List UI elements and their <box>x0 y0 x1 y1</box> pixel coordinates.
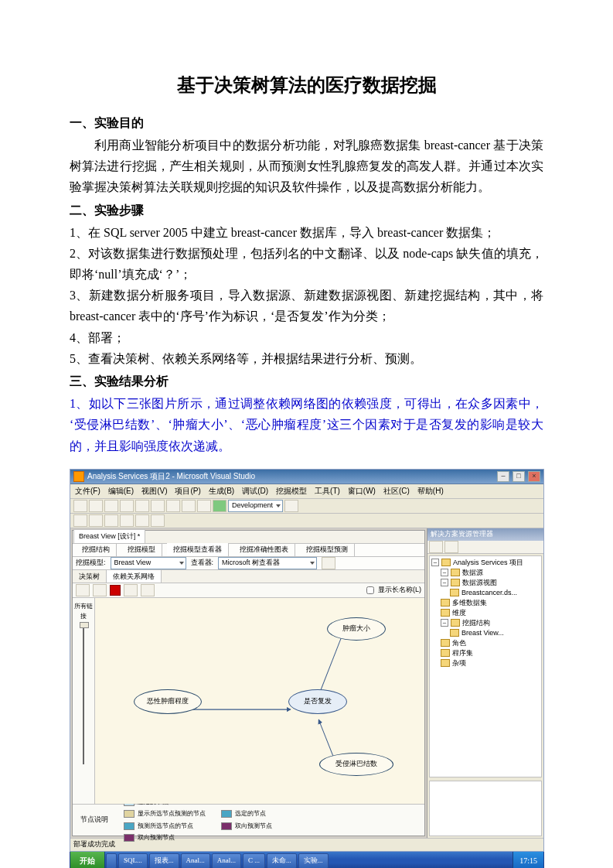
menu-tools[interactable]: 工具(T) <box>315 484 340 497</box>
config-dropdown[interactable]: Development <box>228 500 283 512</box>
panel-tb-icon[interactable] <box>444 541 458 553</box>
tb-copy-icon[interactable] <box>151 500 165 512</box>
step-1: 1、在 SQL server 2005 中建立 breast-cancer 数据… <box>70 222 543 243</box>
design-area: Breast View [设计] * 挖掘结构 挖掘模型 挖掘模型查看器 挖掘准… <box>72 530 425 836</box>
tb2-icon[interactable] <box>151 514 165 527</box>
subtab-dependency[interactable]: 依赖关系网络 <box>107 570 162 583</box>
show-longname-checkbox[interactable]: 显示长名称(L) <box>363 584 421 596</box>
task-item[interactable]: Anal... <box>181 853 210 868</box>
menu-community[interactable]: 社区(C) <box>383 484 410 497</box>
tree-toggle-icon[interactable]: – <box>441 569 448 576</box>
folder-icon <box>451 619 460 627</box>
maximize-button[interactable]: □ <box>513 471 525 482</box>
tb-new-icon[interactable] <box>73 500 87 512</box>
fit-icon[interactable] <box>124 584 138 596</box>
menu-help[interactable]: 帮助(H) <box>417 484 444 497</box>
task-item[interactable] <box>106 853 117 868</box>
tb-open-icon[interactable] <box>89 500 103 512</box>
tab-accuracy[interactable]: 挖掘准确性图表 <box>233 543 295 556</box>
section1-paragraph: 利用商业智能分析项目中的数据分析功能，对乳腺癌数据集 breast-cancer… <box>70 135 543 198</box>
vs-titlebar[interactable]: Analysis Services 项目2 - Microsoft Visual… <box>70 470 543 484</box>
menu-bar: 文件(F) 编辑(E) 视图(V) 项目(P) 生成(B) 调试(D) 挖掘模型… <box>70 484 543 499</box>
legend-label: 节点说明 <box>80 814 108 825</box>
menu-build[interactable]: 生成(B) <box>209 484 234 497</box>
viewer-dropdown[interactable]: Microsoft 树查看器 <box>218 557 317 569</box>
link-strength-slider[interactable]: 所有链接 <box>73 598 95 804</box>
dependency-canvas[interactable]: 恶性肿瘤程度 是否复发 肿瘤大小 受侵淋巴结数 <box>95 598 424 804</box>
step-2: 2、对该数据集进行数据预处理，包括列名的中文翻译、以及 node-caps 缺失… <box>70 243 543 285</box>
tb2-icon[interactable] <box>89 514 103 527</box>
slider-label: 所有链接 <box>74 601 93 622</box>
tb-redo-icon[interactable] <box>197 500 211 512</box>
tb2-icon[interactable] <box>104 514 118 527</box>
find-icon[interactable] <box>141 584 155 596</box>
task-item[interactable]: 未命... <box>267 853 297 868</box>
tb-saveall-icon[interactable] <box>120 500 134 512</box>
tb-undo-icon[interactable] <box>182 500 196 512</box>
windows-taskbar: 开始 SQL... 报表... Anal... Anal... C ... 未命… <box>70 852 544 868</box>
project-icon <box>441 559 451 566</box>
file-icon <box>450 589 459 596</box>
clock: 17:15 <box>519 854 537 867</box>
tb-paste-icon[interactable] <box>166 500 180 512</box>
node-recurrence[interactable]: 是否复发 <box>288 689 347 714</box>
vs-window: Analysis Services 项目2 - Microsoft Visual… <box>70 469 544 852</box>
minimize-button[interactable]: – <box>497 471 509 482</box>
mining-model-dropdown[interactable]: Breast View <box>111 557 186 569</box>
task-item[interactable]: Anal... <box>212 853 241 868</box>
system-tray[interactable]: 17:15 <box>513 852 543 868</box>
tb-more-icon[interactable] <box>284 500 298 512</box>
tab-structure[interactable]: 挖掘结构 <box>76 543 117 556</box>
folder-icon <box>451 569 460 576</box>
step-5: 5、查看决策树、依赖关系网络等，并根据结果进行分析、预测。 <box>70 348 543 369</box>
subtab-tree[interactable]: 决策树 <box>73 570 107 583</box>
task-item[interactable]: SQL... <box>118 853 148 868</box>
tb-run-icon[interactable] <box>213 500 226 512</box>
tree-toggle-icon[interactable]: – <box>431 559 439 566</box>
tree-toggle-icon[interactable]: – <box>441 619 448 627</box>
design-tabstrip: 挖掘结构 挖掘模型 挖掘模型查看器 挖掘准确性图表 挖掘模型预测 <box>73 544 424 557</box>
tab-model[interactable]: 挖掘模型 <box>121 543 162 556</box>
start-button[interactable]: 开始 <box>70 852 105 868</box>
app-icon <box>73 471 84 482</box>
folder-icon <box>441 659 450 667</box>
tb2-icon[interactable] <box>73 514 87 527</box>
menu-file[interactable]: 文件(F) <box>75 484 100 497</box>
tab-predict[interactable]: 挖掘模型预测 <box>300 543 355 556</box>
window-title-text: Analysis Services 项目2 - Microsoft Visual… <box>87 470 255 483</box>
file-icon <box>450 629 459 637</box>
task-item[interactable]: 报表... <box>149 853 179 868</box>
tb-save-icon[interactable] <box>104 500 118 512</box>
menu-debug[interactable]: 调试(D) <box>242 484 268 497</box>
task-item[interactable]: C ... <box>243 853 265 868</box>
node-tumor-size[interactable]: 肿瘤大小 <box>327 617 386 641</box>
doc-tab[interactable]: Breast View [设计] * <box>73 529 145 543</box>
menu-view[interactable]: 视图(V) <box>141 484 167 497</box>
section2-heading: 二、实验步骤 <box>70 200 543 220</box>
panel-tb-icon[interactable] <box>429 541 443 553</box>
tb2-icon[interactable] <box>135 514 149 527</box>
tree-toggle-icon[interactable]: – <box>441 579 448 586</box>
zoom-out-icon[interactable] <box>93 584 107 596</box>
select-mode-icon[interactable] <box>110 585 121 596</box>
panel-title: 解决方案资源管理器 <box>427 528 543 541</box>
zoom-in-icon[interactable] <box>76 584 90 596</box>
menu-project[interactable]: 项目(P) <box>175 484 200 497</box>
node-malignancy[interactable]: 恶性肿瘤程度 <box>134 689 202 714</box>
close-button[interactable]: × <box>528 471 540 482</box>
node-lymph[interactable]: 受侵淋巴结数 <box>319 753 393 776</box>
folder-icon <box>441 609 450 617</box>
section3-heading: 三、实验结果分析 <box>70 371 543 391</box>
tab-viewer[interactable]: 挖掘模型查看器 <box>167 543 229 556</box>
refresh-icon[interactable] <box>322 557 335 569</box>
menu-mining[interactable]: 挖掘模型 <box>276 484 307 497</box>
folder-icon <box>451 579 460 586</box>
section3-lead: 1、如以下三张图片所示，通过调整依赖网络图的依赖强度，可得出，在众多因素中，‘受… <box>70 393 543 456</box>
menu-edit[interactable]: 编辑(E) <box>108 484 134 497</box>
solution-tree[interactable]: –Analysis Services 项目 –数据源 –数据源视图 Breast… <box>429 555 542 777</box>
tb2-icon[interactable] <box>120 514 134 527</box>
tb-cut-icon[interactable] <box>135 500 149 512</box>
task-item[interactable]: 实验... <box>298 853 329 868</box>
menu-window[interactable]: 窗口(W) <box>348 484 376 497</box>
step-4: 4、部署； <box>70 327 543 348</box>
